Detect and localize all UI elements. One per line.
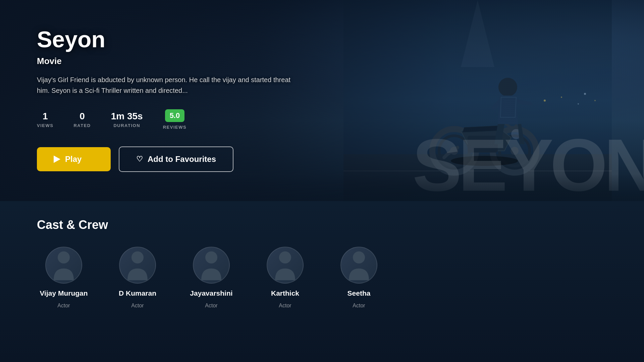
stat-views-value: 1 bbox=[37, 111, 53, 122]
cast-avatar bbox=[193, 247, 230, 284]
heart-icon: ♡ bbox=[136, 155, 143, 164]
stat-duration-value: 1m 35s bbox=[111, 111, 143, 122]
action-buttons: Play ♡ Add to Favourites bbox=[37, 146, 607, 172]
movie-title: Seyon bbox=[37, 27, 607, 52]
cast-member-role: Actor bbox=[205, 303, 217, 309]
cast-list: Vijay Murugan Actor D Kumaran Actor Jaya… bbox=[37, 247, 607, 309]
svg-point-18 bbox=[58, 251, 70, 263]
cast-item: Karthick Actor bbox=[258, 247, 312, 309]
stat-rated-value: 0 bbox=[73, 111, 91, 122]
cast-member-role: Actor bbox=[131, 303, 144, 309]
stat-views-label: VIEWS bbox=[37, 123, 53, 128]
cast-member-name: Seetha bbox=[347, 289, 371, 297]
cast-section: Cast & Crew Vijay Murugan Actor D Kumara… bbox=[0, 201, 644, 362]
svg-point-19 bbox=[131, 251, 144, 263]
cast-avatar bbox=[119, 247, 156, 284]
cast-avatar bbox=[45, 247, 82, 284]
svg-point-22 bbox=[353, 251, 365, 263]
cast-item: Jayavarshini Actor bbox=[184, 247, 238, 309]
hero-content: Seyon Movie Vijay's Girl Friend is abduc… bbox=[0, 0, 644, 199]
cast-avatar bbox=[267, 247, 304, 284]
cast-member-name: D Kumaran bbox=[119, 289, 156, 297]
stat-reviews: 5.0 REVIEWS bbox=[163, 109, 186, 130]
stat-reviews-label: REVIEWS bbox=[163, 125, 186, 130]
cast-avatar bbox=[340, 247, 377, 284]
cast-member-role: Actor bbox=[57, 303, 70, 309]
svg-point-21 bbox=[279, 251, 291, 263]
movie-type: Movie bbox=[37, 56, 607, 66]
cast-item: Vijay Murugan Actor bbox=[37, 247, 91, 309]
play-button[interactable]: Play bbox=[37, 147, 111, 171]
cast-item: D Kumaran Actor bbox=[111, 247, 164, 309]
cast-item: Seetha Actor bbox=[332, 247, 386, 309]
cast-member-role: Actor bbox=[353, 303, 365, 309]
cast-member-role: Actor bbox=[279, 303, 291, 309]
stat-rated-label: RATED bbox=[73, 123, 91, 128]
hero-section: SEYON Seyon Movie Vijay's Girl Friend is… bbox=[0, 0, 644, 201]
cast-member-name: Vijay Murugan bbox=[40, 289, 88, 297]
svg-point-20 bbox=[205, 251, 217, 263]
stat-reviews-badge: 5.0 bbox=[165, 109, 185, 122]
cast-member-name: Jayavarshini bbox=[190, 289, 232, 297]
add-to-favourites-button[interactable]: ♡ Add to Favourites bbox=[119, 146, 233, 172]
play-icon bbox=[54, 156, 60, 163]
stat-duration: 1m 35s DURATION bbox=[111, 111, 143, 128]
favourites-button-label: Add to Favourites bbox=[148, 155, 216, 164]
stat-views: 1 VIEWS bbox=[37, 111, 53, 128]
stat-duration-label: DURATION bbox=[111, 123, 143, 128]
cast-section-title: Cast & Crew bbox=[37, 218, 607, 232]
stat-rated: 0 RATED bbox=[73, 111, 91, 128]
movie-description: Vijay's Girl Friend is abducted by unkno… bbox=[37, 74, 292, 96]
play-button-label: Play bbox=[65, 155, 82, 164]
stats-row: 1 VIEWS 0 RATED 1m 35s DURATION 5.0 REVI… bbox=[37, 109, 607, 130]
cast-member-name: Karthick bbox=[271, 289, 299, 297]
